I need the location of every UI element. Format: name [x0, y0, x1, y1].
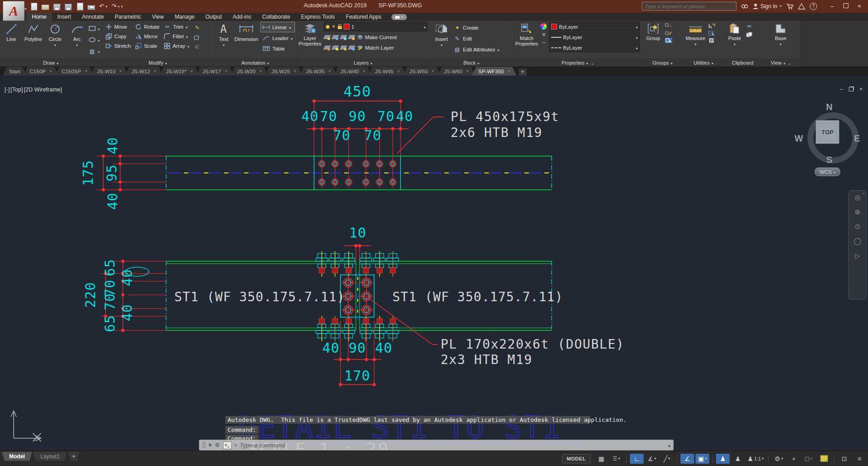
tab-close-icon[interactable]: × [154, 69, 157, 74]
autodesk-share-icon[interactable] [798, 3, 805, 10]
command-grip-handle[interactable] [202, 441, 205, 449]
file-tab[interactable]: JS-W15*× [160, 67, 199, 76]
erase-button[interactable]: ✎ [194, 23, 201, 32]
panel-label-annotation[interactable]: Annotation [214, 59, 296, 66]
text-tool[interactable]: A Text [215, 22, 232, 59]
ribbon-tab-addins[interactable]: Add-ins [227, 13, 257, 21]
tab-close-icon[interactable]: × [259, 69, 262, 74]
navigation-bar[interactable]: × ◎ ⊕ ⊙ ◯ ▷ [848, 190, 867, 299]
search-icon[interactable] [741, 3, 748, 10]
new-layout-button[interactable]: + [68, 452, 79, 461]
measure-button[interactable]: Measure [685, 22, 706, 59]
annotation-monitor-button[interactable]: + [787, 454, 801, 464]
search-input[interactable] [644, 3, 734, 10]
snap-toggle[interactable]: ⠿ [609, 454, 623, 464]
paste-caret-icon[interactable] [734, 41, 736, 46]
isolate-objects-button[interactable]: □○ [802, 454, 816, 464]
panel-label-view[interactable]: View [762, 59, 799, 66]
panel-label-clipboard[interactable]: Clipboard [724, 59, 761, 66]
layer-properties-button[interactable]: Layer Properties [298, 22, 322, 59]
cut-icon[interactable]: ✂ [746, 23, 753, 30]
polar-tracking-toggle[interactable]: ∡ [645, 454, 659, 464]
linetype-list-icon[interactable]: ┄ [540, 40, 547, 46]
layer-unlock-tool-icon[interactable] [340, 46, 347, 50]
leader-button[interactable]: Leader [260, 33, 295, 43]
dimension-tool[interactable]: Dimension [234, 22, 259, 59]
lineweight-dropdown[interactable]: ByLayer [549, 32, 640, 42]
workspace-caret-icon[interactable] [781, 456, 783, 461]
panel-label-block[interactable]: Block [430, 59, 513, 66]
tab-close-icon[interactable]: × [363, 69, 365, 74]
circle-caret-icon[interactable] [54, 42, 56, 47]
file-tab[interactable]: JS-W20× [230, 67, 268, 76]
view-menu[interactable]: [Top] [10, 86, 23, 93]
command-close-icon[interactable]: × [208, 442, 212, 448]
file-tab-active[interactable]: SP-WF350× [472, 67, 517, 76]
tab-close-icon[interactable]: × [328, 69, 331, 74]
command-history-up-icon[interactable]: ▴ [668, 443, 670, 448]
file-tab[interactable]: C150SP× [55, 67, 94, 76]
text-caret-icon[interactable] [223, 42, 224, 47]
explode-button[interactable] [194, 32, 201, 42]
viewcube-south[interactable]: S [797, 155, 861, 165]
vp-restore-icon[interactable] [849, 87, 853, 91]
app-store-cart-icon[interactable] [786, 3, 793, 10]
trim-button[interactable]: ✂Trim [164, 22, 189, 31]
layer-unisolate-tool-icon[interactable] [323, 46, 331, 50]
file-tab[interactable]: JS-W10× [91, 67, 128, 76]
ribbon-tab-view[interactable]: View [147, 13, 169, 21]
object-snap-toggle[interactable]: ▣ [695, 454, 709, 464]
ribbon-tab-express[interactable]: Express Tools [295, 13, 340, 21]
ribbon-tab-annotate[interactable]: Annotate [76, 13, 109, 21]
hatch-tool[interactable]: ▨ [89, 46, 100, 56]
redo-icon[interactable]: ↷ [112, 3, 117, 10]
showmotion-icon[interactable]: ▷ [855, 252, 860, 260]
new-file-icon[interactable] [31, 3, 37, 10]
file-tab[interactable]: JS-W17× [196, 67, 234, 76]
tab-close-icon[interactable]: × [49, 69, 52, 74]
stretch-button[interactable]: Stretch [106, 41, 131, 51]
tab-close-icon[interactable]: × [466, 69, 469, 74]
command-input[interactable]: Type a command [240, 442, 665, 449]
file-tab-start[interactable]: Start [3, 67, 26, 76]
ribbon-tab-featured[interactable]: Featured Apps [340, 13, 387, 21]
steering-wheel-icon[interactable]: ◎ [854, 193, 860, 202]
sign-in-button[interactable]: Sign In [753, 3, 782, 10]
viewcube-east[interactable]: E [850, 133, 864, 144]
window-minimize-button[interactable]: – [825, 1, 839, 11]
orbit-icon[interactable]: ◯ [854, 237, 862, 245]
qat-customize-icon[interactable] [121, 5, 123, 9]
snap-caret-icon[interactable] [618, 456, 620, 461]
create-block-button[interactable]: ✦Create [454, 23, 499, 32]
tab-close-icon[interactable]: × [85, 69, 87, 74]
file-tab[interactable]: JS-W12× [125, 67, 163, 76]
ribbon-tab-insert[interactable]: Insert [52, 13, 76, 21]
ribbon-tab-parametric[interactable]: Parametric [109, 13, 147, 21]
viewcube-top-face[interactable]: TOP [816, 120, 839, 144]
vp-minimize-icon[interactable]: – [840, 86, 843, 92]
color-wheel-icon[interactable] [540, 23, 547, 30]
workspace-switching-button[interactable]: ⚙ [772, 454, 786, 464]
panel-label-modify[interactable]: Modify [102, 59, 213, 66]
ortho-toggle[interactable]: ∟ [630, 454, 644, 464]
window-close-button[interactable]: × [853, 1, 866, 11]
edit-block-button[interactable]: ✎Edit [454, 34, 499, 43]
group-edit-icon[interactable] [665, 30, 672, 36]
file-tab[interactable]: JS-W25× [265, 67, 303, 76]
pan-icon[interactable]: ⊕ [855, 208, 861, 216]
layer-lock-tool-icon[interactable] [348, 35, 355, 39]
model-tab[interactable]: Model [2, 452, 32, 461]
polar-caret-icon[interactable] [654, 456, 656, 461]
ribbon-tab-output[interactable]: Output [200, 13, 227, 21]
window-maximize-button[interactable] [839, 1, 853, 11]
linetype-dropdown[interactable]: ByLayer [549, 43, 640, 52]
model-paper-toggle[interactable]: MODEL [562, 454, 590, 463]
layer-dropdown[interactable]: ☀ 1 [324, 22, 428, 31]
table-button[interactable]: Table [260, 44, 295, 53]
rotate-button[interactable]: Rotate [135, 22, 159, 31]
autoscale-toggle[interactable]: ♟ [731, 454, 745, 464]
undo-icon[interactable]: ↶ [99, 3, 104, 10]
file-tab[interactable]: JS-W45× [368, 67, 406, 76]
file-tab[interactable]: JS-W40× [334, 67, 372, 76]
panel-label-utilities[interactable]: Utilities [684, 59, 723, 66]
